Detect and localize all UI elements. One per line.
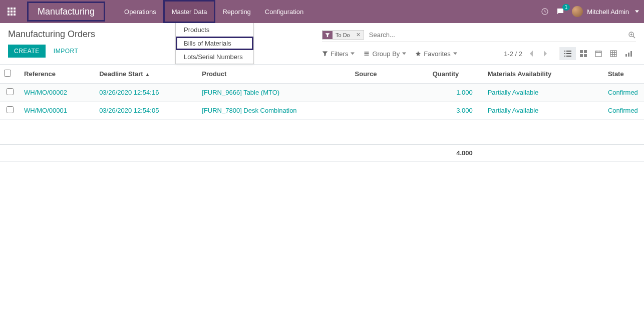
cell-reference[interactable]: WH/MO/00002 [24,89,67,96]
dropdown-bills-of-materials[interactable]: Bills of Materials [176,37,253,50]
list-icon [364,51,370,57]
facet-label: To Do [333,31,353,39]
cell-reference[interactable]: WH/MO/00001 [24,107,67,114]
filters-button[interactable]: Filters [322,50,355,58]
cell-source [351,102,429,120]
search-facet: To Do ✕ [322,30,364,40]
page-title: Manufacturing Orders [8,29,322,40]
cell-product[interactable]: [FURN_9666] Table (MTO) [202,89,279,96]
search-bar: To Do ✕ [322,29,636,42]
pager-next[interactable] [541,49,549,59]
app-brand[interactable]: Manufacturing [27,2,105,22]
dropdown-products[interactable]: Products [176,23,253,37]
dropdown-lots-serial[interactable]: Lots/Serial Numbers [176,50,253,64]
funnel-icon [322,51,328,57]
svg-rect-2 [580,50,583,53]
cell-quantity: 3.000 [456,107,473,114]
svg-rect-6 [595,51,601,57]
sort-asc-icon: ▲ [145,72,150,77]
cell-state: Confirmed [608,107,638,114]
orders-table: Reference Deadline Start▲ Product Source… [0,64,644,162]
col-state[interactable]: State [604,65,644,84]
col-source[interactable]: Source [351,65,429,84]
col-deadline[interactable]: Deadline Start▲ [95,65,198,84]
groupby-button[interactable]: Group By [364,50,406,58]
svg-rect-4 [580,54,583,57]
cell-materials: Partially Available [488,89,539,96]
pager: 1-2 / 2 [504,47,636,60]
cell-state: Confirmed [608,89,638,96]
pager-text: 1-2 / 2 [504,50,522,58]
messaging-icon[interactable]: 1 [556,7,565,16]
row-checkbox[interactable] [7,106,14,113]
facet-remove[interactable]: ✕ [353,31,364,39]
nav-configuration[interactable]: Configuration [258,0,310,23]
cell-source [351,84,429,102]
col-product[interactable]: Product [198,65,351,84]
view-list[interactable] [560,47,576,60]
total-quantity: 4.000 [429,145,484,162]
control-panel: Manufacturing Orders CREATE IMPORT To Do… [0,23,644,64]
table-row[interactable]: WH/MO/00001 03/26/2020 12:54:05 [FURN_78… [0,102,644,120]
search-input[interactable] [367,29,628,41]
master-data-dropdown: Products Bills of Materials Lots/Serial … [175,23,254,64]
cell-deadline: 03/26/2020 12:54:05 [99,107,159,114]
total-row: 4.000 [0,145,644,162]
svg-rect-5 [584,54,587,57]
svg-rect-3 [584,50,587,53]
filter-icon [323,31,333,39]
table-row[interactable]: WH/MO/00002 03/26/2020 12:54:16 [FURN_96… [0,84,644,102]
filter-row: Filters Group By Favorites 1-2 / 2 [322,47,636,60]
svg-rect-7 [610,51,616,57]
svg-rect-9 [628,53,629,57]
view-calendar[interactable] [591,47,606,60]
svg-rect-8 [625,54,627,57]
row-checkbox[interactable] [7,88,14,95]
apps-button[interactable] [0,8,23,16]
view-pivot[interactable] [606,47,621,60]
import-button[interactable]: IMPORT [49,45,83,58]
view-switcher [559,47,636,60]
search-zoom-icon[interactable] [628,31,636,39]
pager-prev[interactable] [527,49,535,59]
svg-rect-10 [630,51,632,57]
cell-deadline: 03/26/2020 12:54:16 [99,89,159,96]
caret-icon [453,52,457,56]
cell-quantity: 1.000 [456,89,473,96]
col-quantity[interactable]: Quantity [429,65,484,84]
nav-menu: Operations Master Data Reporting Configu… [117,0,310,23]
cell-materials: Partially Available [488,107,539,114]
select-all-checkbox[interactable] [4,70,11,77]
nav-reporting[interactable]: Reporting [215,0,257,23]
nav-operations[interactable]: Operations [117,0,163,23]
user-name: Mitchell Admin [587,8,629,16]
favorites-label: Favorites [424,50,450,58]
favorites-button[interactable]: Favorites [415,50,457,58]
filters-label: Filters [331,50,348,58]
view-kanban[interactable] [576,47,591,60]
messaging-badge: 1 [562,4,570,11]
clock-icon[interactable] [541,8,549,16]
groupby-label: Group By [372,50,400,58]
view-graph[interactable] [621,47,636,60]
cell-product[interactable]: [FURN_7800] Desk Combination [202,107,296,114]
apps-icon [8,8,16,16]
navbar: Manufacturing Operations Master Data Rep… [0,0,644,23]
col-materials[interactable]: Materials Availability [484,65,604,84]
caret-icon [351,52,355,56]
avatar [572,6,583,17]
col-reference[interactable]: Reference [20,65,95,84]
navbar-right: 1 Mitchell Admin [541,0,644,23]
create-button[interactable]: CREATE [8,45,46,58]
caret-down-icon [635,10,639,14]
caret-icon [402,52,406,56]
user-menu[interactable]: Mitchell Admin [572,6,639,17]
star-icon [415,51,421,57]
nav-master-data[interactable]: Master Data [163,0,216,23]
